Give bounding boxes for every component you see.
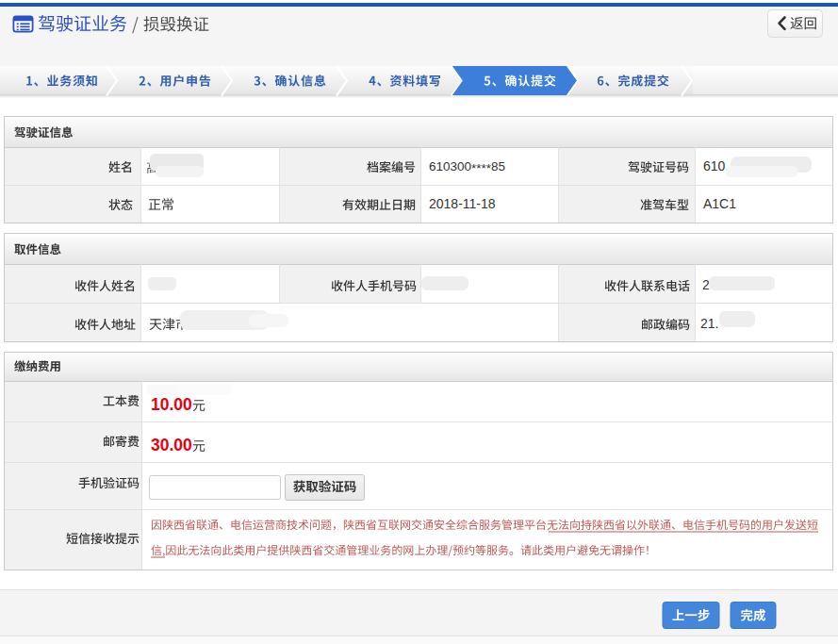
svg-text:10.00: 10.00 [151,395,192,414]
svg-text:30.00: 30.00 [151,436,192,454]
svg-text:A1C1: A1C1 [703,196,736,211]
svg-text:2018-11-18: 2018-11-18 [429,196,496,211]
svg-text:610.: 610. [703,158,729,173]
svg-text:21.: 21. [700,316,718,331]
svg-text:610300****85: 610300****85 [429,159,505,175]
svg-text:2: 2 [702,277,710,292]
